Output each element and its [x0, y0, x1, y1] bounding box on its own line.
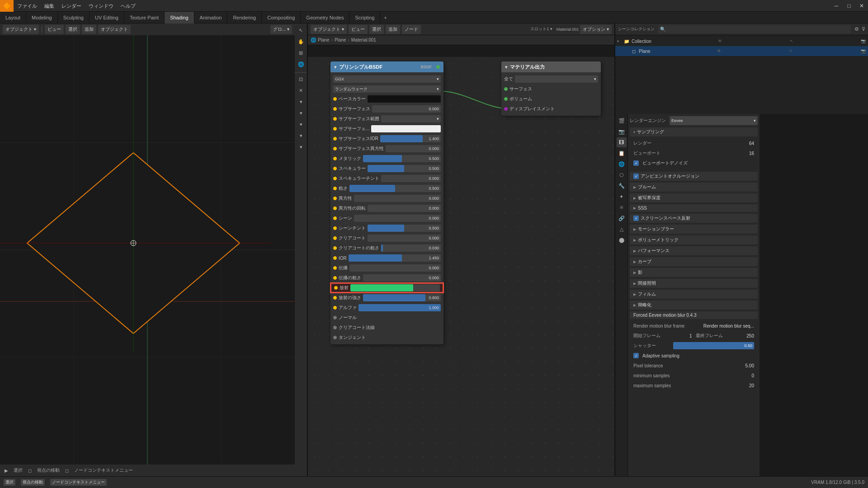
surface-row[interactable]: サーフェス	[501, 84, 601, 94]
prop-view-layer-icon[interactable]: 📋	[617, 148, 627, 158]
emission-strength-bar[interactable]: 0.800	[363, 294, 441, 301]
transmission-row[interactable]: 伝播 0.000	[330, 263, 443, 273]
outliner-item-collection[interactable]: ▾ 📁 Collection 👁 ↖ 📷	[615, 36, 868, 46]
breadcrumb-material[interactable]: Material.001	[351, 38, 376, 42]
viewport-select-btn[interactable]: 選択	[66, 25, 80, 34]
outliner-filter-icon[interactable]: ⚙	[854, 26, 859, 32]
subsurface-range-row[interactable]: サブサーフェス範囲 ▾	[330, 114, 443, 124]
anisotropy-bar[interactable]: 0.000	[354, 195, 441, 202]
breadcrumb-plane2[interactable]: Plane	[335, 38, 346, 42]
forced-eevee-header[interactable]: Forced Eevee motion blur 0.4.3	[630, 311, 758, 319]
mat-output-all-row[interactable]: 全て ▾	[501, 74, 601, 84]
subsurface-aniso-bar[interactable]: 0.000	[386, 145, 441, 152]
bsdf-toggle[interactable]: ▾	[334, 65, 336, 70]
normal-row[interactable]: ノーマル	[330, 313, 443, 323]
node-editor-add[interactable]: 追加	[386, 25, 400, 34]
plane-cursor-icon[interactable]: ↖	[788, 48, 794, 54]
node-editor-select[interactable]: 選択	[369, 25, 384, 34]
sss-header[interactable]: ▶ SSS	[630, 204, 758, 212]
anisotropy-rot-row[interactable]: 異方性の回転 0.000	[330, 203, 443, 213]
outliner-search-input[interactable]	[658, 25, 851, 33]
tab-rendering[interactable]: Rendering	[227, 12, 262, 23]
motion-blur-header[interactable]: ▶ モーションブラー	[630, 225, 758, 234]
clearcoat-rough-bar[interactable]: 0.030	[381, 244, 441, 252]
indirect-lighting-header[interactable]: ▶ 間接照明	[630, 279, 758, 288]
emission-color-bar[interactable]	[350, 284, 440, 291]
viewport-samples-value[interactable]: 16	[673, 151, 754, 156]
subsurface-color-row[interactable]: サブサーフェ...	[330, 124, 443, 134]
bloom-header[interactable]: ▶ ブルーム	[630, 183, 758, 192]
node-select-tool[interactable]: ↖	[296, 25, 306, 35]
film-header[interactable]: ▶ フィルム	[630, 290, 758, 299]
prop-scene-icon[interactable]: 🎬	[617, 116, 627, 126]
anisotropy-row[interactable]: 異方性 0.000	[330, 193, 443, 203]
node-option-btn[interactable]: オプション ▾	[580, 25, 612, 34]
clearcoat-normal-row[interactable]: クリアコート法線	[330, 323, 443, 333]
ior-bar[interactable]: 1.450	[349, 254, 441, 262]
base-color-swatch[interactable]	[368, 95, 441, 103]
alpha-row[interactable]: アルファ 1.000	[330, 303, 443, 313]
ssr-checkbox[interactable]: ✓	[633, 216, 639, 221]
tab-compositing[interactable]: Compositing	[262, 12, 301, 23]
ao-header[interactable]: ✓ アンビエントオクルージョン	[630, 172, 758, 181]
prop-render-icon[interactable]: 📷	[617, 127, 627, 136]
node-canvas[interactable]: ▾ プリンシプルBSDF BSDF GGX ▾	[308, 57, 614, 476]
node-expand-icon[interactable]: ▾	[296, 97, 306, 107]
node-grab-tool[interactable]: ✋	[296, 37, 306, 47]
prop-data-icon[interactable]: △	[617, 224, 627, 234]
pixel-tolerance-value[interactable]: 5.00	[673, 363, 754, 368]
node-close-icon[interactable]: ✕	[296, 85, 306, 95]
clearcoat-bar[interactable]: 0.000	[368, 235, 441, 242]
random-walk-row[interactable]: ランダムウォーク ▾	[330, 84, 443, 94]
tab-geometry-nodes[interactable]: Geometry Nodes	[301, 12, 349, 23]
displacement-row[interactable]: ディスプレイスメント	[501, 104, 601, 114]
tab-modeling[interactable]: Modeling	[26, 12, 58, 23]
node-tool-4[interactable]: ⊡	[296, 74, 306, 84]
trans-rough-row[interactable]: 伝播の粗さ 0.000	[330, 273, 443, 283]
clearcoat-rough-row[interactable]: クリアコートの粗さ 0.030	[330, 243, 443, 253]
volume-row[interactable]: ボリューム	[501, 94, 601, 104]
emission-row[interactable]: 放射	[330, 283, 443, 293]
node-tool-5[interactable]: ▾	[296, 108, 306, 118]
menu-edit[interactable]: 編集	[41, 0, 58, 12]
subsurface-ior-row[interactable]: サブサーフェスIOR 1.400	[330, 134, 443, 144]
node-tool-6[interactable]: ▾	[296, 119, 306, 129]
metallic-bar[interactable]: 0.500	[363, 155, 441, 162]
prop-object-icon[interactable]: ⬡	[617, 170, 627, 180]
node-editor-view[interactable]: ビュー	[349, 25, 368, 34]
node-editor[interactable]: オブジェクト ▾ ビュー 選択 追加 ノード スロット1 ▾ Material.…	[307, 23, 615, 476]
subsurface-ior-bar[interactable]: 1.400	[380, 135, 441, 142]
random-walk-dropdown[interactable]: ランダムウォーク ▾	[333, 85, 441, 93]
collection-eye-icon[interactable]: 👁	[717, 38, 723, 44]
sheen-tint-bar[interactable]: 0.500	[368, 225, 441, 232]
metallic-row[interactable]: メタリック 0.500	[330, 154, 443, 164]
tab-uv-editing[interactable]: UV Editing	[90, 12, 124, 23]
ior-row[interactable]: IOR 1.450	[330, 253, 443, 263]
viewport-add-btn[interactable]: 追加	[82, 25, 96, 34]
add-tab-button[interactable]: +	[380, 15, 390, 20]
tab-shading[interactable]: Shading	[165, 12, 194, 23]
sheen-row[interactable]: シーン 0.000	[330, 213, 443, 223]
node-editor-node[interactable]: ノード	[402, 25, 421, 34]
base-color-row[interactable]: ベースカラー	[330, 94, 443, 104]
prop-particles-icon[interactable]: ✦	[617, 192, 627, 202]
subsurface-range-dropdown[interactable]: ▾	[381, 115, 441, 122]
shutter-bar[interactable]: 0.50	[673, 342, 754, 349]
dof-header[interactable]: ▶ 被写界深度	[630, 193, 758, 202]
prop-constraint-icon[interactable]: 🔗	[617, 213, 627, 223]
subsurface-row[interactable]: サブサーフェス 0.000	[330, 104, 443, 114]
sheen-bar[interactable]: 0.000	[354, 215, 441, 222]
mat-output-dropdown[interactable]: ▾	[515, 75, 598, 83]
plane-eye-icon[interactable]: 👁	[716, 48, 722, 54]
max-samples-value[interactable]: 20	[675, 383, 754, 388]
principled-bsdf-node[interactable]: ▾ プリンシプルBSDF BSDF GGX ▾	[330, 61, 443, 344]
node-tool-8[interactable]: ▾	[296, 142, 306, 152]
node-cut-tool[interactable]: ⊞	[296, 48, 306, 58]
ggx-row[interactable]: GGX ▾	[330, 74, 443, 84]
specular-row[interactable]: スペキュラー 0.500	[330, 164, 443, 174]
bsdf-output-socket[interactable]	[436, 65, 440, 69]
prop-material-icon[interactable]: ⬤	[617, 235, 627, 245]
tab-sculpting[interactable]: Sculpting	[58, 12, 90, 23]
material-output-node[interactable]: ▾ マテリアル出力 全て ▾ サーフェス	[501, 61, 601, 116]
adaptive-sampling-checkbox[interactable]: ✓	[633, 353, 639, 358]
